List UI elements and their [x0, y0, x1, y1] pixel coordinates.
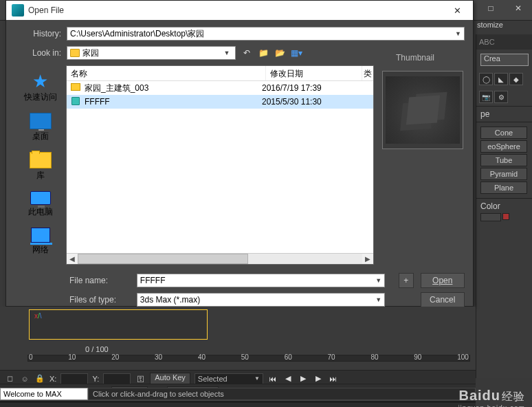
dialog-titlebar: Open File ✕	[6, 1, 473, 20]
nav-back-icon[interactable]: ↶	[240, 47, 254, 59]
folder-icon	[70, 49, 80, 57]
welcome-message: Welcome to MAX	[0, 388, 88, 400]
time-ticks: 0 10 20 30 40 50 60 70 80 90 100	[27, 353, 470, 363]
network-icon	[31, 228, 50, 243]
x-label: X:	[49, 375, 56, 383]
command-panel: ABC Crea ◯ ◣ ◆ 📷 ⚙ pe Cone eoSphere Tube…	[476, 34, 532, 378]
rp-btn-geosphere[interactable]: eoSphere	[480, 140, 527, 153]
rp-settings-icon[interactable]: ⚙	[494, 91, 508, 103]
rp-camera-icon[interactable]: 📷	[479, 91, 493, 103]
col-name[interactable]: 名称	[67, 66, 266, 80]
goto-start-icon[interactable]: ⏮	[267, 373, 278, 384]
nav-up-folder-icon[interactable]: 📁	[256, 47, 270, 59]
place-desktop[interactable]: 桌面	[16, 110, 65, 146]
x-value[interactable]	[60, 373, 88, 384]
chevron-down-icon: ▼	[375, 277, 381, 284]
thumbnail-preview	[382, 71, 463, 149]
menu-customize[interactable]: stomize	[477, 21, 532, 33]
place-pc-label: 此电脑	[28, 207, 53, 217]
nav-new-folder-icon[interactable]: 📂	[273, 47, 287, 59]
scroll-left-icon[interactable]: ◀	[67, 254, 78, 264]
timeline-area: x/\ 0 / 100 0 10 20 30 40 50 60 70 80 90…	[0, 307, 476, 407]
nav-view-menu-icon[interactable]: ▦▾	[289, 47, 303, 59]
max-file-icon	[71, 97, 80, 105]
tick: 100	[457, 353, 469, 363]
play-icon[interactable]: ▶	[298, 373, 309, 384]
key-target-select[interactable]: Selected▼	[195, 373, 263, 384]
tick: 40	[198, 353, 206, 363]
rp-misc-icon[interactable]: ◆	[509, 73, 523, 85]
place-this-pc[interactable]: 此电脑	[16, 188, 65, 222]
lock-icon[interactable]: 🔒	[34, 373, 45, 384]
bottom-scrollbar[interactable]	[0, 402, 476, 407]
rp-cone-icon[interactable]: ◣	[494, 73, 508, 85]
scroll-thumb[interactable]	[78, 254, 248, 264]
next-frame-icon[interactable]: ▶	[313, 373, 324, 384]
h-scrollbar[interactable]: ◀ ▶	[67, 253, 373, 264]
place-network-label: 网络	[32, 245, 49, 254]
filename-value: FFFFF	[140, 276, 166, 285]
file-row[interactable]: FFFFF 2015/5/30 11:30	[67, 95, 373, 109]
bg-maximize-button[interactable]: □	[477, 0, 505, 17]
filetype-combo[interactable]: 3ds Max (*.max) ▼	[137, 293, 385, 307]
rp-color-swatch-main[interactable]	[480, 213, 501, 221]
dialog-close-button[interactable]: ✕	[447, 6, 467, 16]
rp-btn-cone[interactable]: Cone	[480, 126, 527, 139]
rp-btn-pyramid[interactable]: Pyramid	[480, 168, 527, 180]
viewport[interactable]	[29, 309, 208, 340]
place-library[interactable]: 库	[16, 149, 65, 186]
rp-color-swatch-red[interactable]	[502, 213, 509, 220]
time-ruler[interactable]: 0 / 100 0 10 20 30 40 50 60 70 80 90 100	[27, 348, 470, 367]
place-desktop-label: 桌面	[32, 131, 49, 141]
y-label: Y:	[92, 375, 99, 383]
selected-value: Selected	[198, 375, 228, 383]
file-name: 家园_主建筑_003	[82, 82, 262, 94]
history-value: C:\Users\Administrator\Desktop\家园	[70, 28, 204, 40]
filename-input[interactable]: FFFFF ▼	[137, 274, 385, 287]
filename-label: File name:	[69, 276, 130, 285]
col-type[interactable]: 类	[362, 66, 373, 80]
prev-frame-icon[interactable]: ◀	[282, 373, 293, 384]
place-quick-access[interactable]: ★ 快速访问	[16, 69, 65, 107]
place-network[interactable]: 网络	[16, 225, 65, 260]
tick: 50	[241, 353, 249, 363]
autokey-button[interactable]: Auto Key	[150, 373, 190, 385]
y-value[interactable]	[103, 373, 131, 384]
chevron-down-icon: ▼	[221, 50, 232, 56]
filetype-label: Files of type:	[69, 295, 130, 305]
folder-icon	[71, 83, 80, 91]
file-row[interactable]: 家园_主建筑_003 2016/7/19 17:39	[67, 81, 373, 95]
tick: 0	[29, 353, 33, 363]
rp-btn-plane[interactable]: Plane	[480, 182, 527, 194]
frame-counter: 0 / 100	[85, 345, 109, 353]
col-date[interactable]: 修改日期	[266, 66, 362, 80]
file-list-rows: 家园_主建筑_003 2016/7/19 17:39 FFFFF 2015/5/…	[67, 81, 373, 253]
tick: 10	[68, 353, 76, 363]
rp-sphere-icon[interactable]: ◯	[479, 73, 493, 85]
cancel-button[interactable]: Cancel	[421, 292, 465, 307]
file-date: 2015/5/30 11:30	[262, 97, 358, 107]
history-combo[interactable]: C:\Users\Administrator\Desktop\家园 ▼	[67, 27, 465, 41]
bg-close-button[interactable]: ✕	[505, 0, 532, 17]
tick: 20	[111, 353, 119, 363]
plus-button[interactable]: +	[399, 273, 414, 288]
scroll-right-icon[interactable]: ▶	[362, 254, 373, 264]
place-quick-label: 快速访问	[24, 92, 57, 102]
abc-icon[interactable]: ABC	[479, 38, 495, 46]
create-tab-label[interactable]: Crea	[480, 54, 529, 66]
rp-btn-tube[interactable]: Tube	[480, 154, 527, 166]
lookin-combo[interactable]: 家园 ▼	[67, 46, 236, 60]
file-list[interactable]: 名称 修改日期 类 家园_主建筑_003 2016/7/19 17:39 FFF…	[66, 65, 374, 265]
app-3dsmax-icon	[12, 4, 24, 16]
rp-color-label: Color	[480, 201, 500, 211]
key-icon[interactable]: ⚿	[135, 373, 146, 384]
person-icon[interactable]: ☺	[19, 373, 30, 384]
star-icon: ★	[30, 72, 52, 90]
goto-end-icon[interactable]: ⏭	[328, 373, 339, 384]
select-tool-icon[interactable]: ◻	[4, 373, 15, 384]
tick: 80	[370, 353, 378, 363]
dialog-title-text: Open File	[28, 6, 64, 15]
places-bar: ★ 快速访问 桌面 库 此电脑 网络	[14, 65, 66, 265]
open-button[interactable]: Open	[421, 273, 465, 288]
tick: 60	[285, 353, 292, 363]
